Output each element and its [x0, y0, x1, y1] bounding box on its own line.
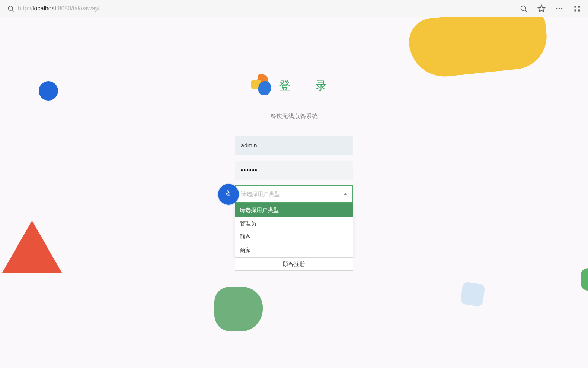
- decor-green-edge: [581, 268, 588, 291]
- apps-grid-icon[interactable]: [573, 4, 581, 13]
- browser-toolbar: http://localhost:8080/takeaway/: [0, 0, 588, 17]
- svg-line-3: [525, 10, 527, 12]
- star-icon[interactable]: [537, 4, 546, 13]
- svg-line-1: [12, 10, 14, 11]
- url-port: :8080: [56, 5, 71, 12]
- select-dropdown: 请选择用户类型 管理员 顾客 商家: [235, 203, 353, 257]
- password-input[interactable]: [241, 161, 347, 180]
- login-subtitle: 餐饮无线点餐系统: [234, 112, 354, 120]
- cursor-indicator: [218, 184, 239, 205]
- option-merchant[interactable]: 商家: [235, 244, 353, 257]
- svg-marker-4: [538, 5, 545, 11]
- svg-rect-11: [578, 9, 580, 11]
- svg-point-0: [8, 6, 13, 10]
- username-input[interactable]: [235, 136, 353, 155]
- pointer-icon: [225, 190, 232, 199]
- url-protocol: http://: [18, 5, 33, 12]
- option-placeholder[interactable]: 请选择用户类型: [235, 203, 353, 217]
- svg-rect-9: [578, 6, 580, 7]
- select-display[interactable]: 请选择用户类型: [235, 185, 353, 203]
- app-logo: [250, 74, 272, 97]
- svg-point-2: [521, 6, 526, 10]
- decor-blue-square: [460, 282, 485, 307]
- svg-point-5: [556, 8, 558, 9]
- url-path: /takeaway/: [71, 5, 99, 12]
- svg-rect-10: [575, 9, 576, 11]
- svg-point-6: [559, 8, 560, 9]
- svg-point-7: [561, 8, 563, 9]
- more-icon[interactable]: [555, 4, 563, 13]
- decor-yellow-blob: [407, 6, 550, 80]
- user-type-select[interactable]: 请选择用户类型 请选择用户类型 管理员 顾客 商家 顾客注册: [235, 185, 353, 271]
- register-button[interactable]: 顾客注册: [235, 257, 353, 271]
- svg-rect-8: [575, 6, 576, 7]
- login-form: 登 录 餐饮无线点餐系统 请选择用户类型 请选择用户类型 管理员 顾客 商家 顾…: [234, 74, 354, 271]
- decor-red-triangle: [2, 221, 62, 273]
- url-host: localhost: [33, 5, 56, 12]
- chevron-up-icon: [343, 193, 347, 195]
- option-admin[interactable]: 管理员: [235, 217, 353, 230]
- select-placeholder: 请选择用户类型: [241, 191, 280, 198]
- url-input[interactable]: http://localhost:8080/takeaway/: [18, 5, 520, 12]
- decor-green-blob: [214, 287, 263, 331]
- option-customer[interactable]: 顾客: [235, 230, 353, 244]
- decor-blue-circle: [39, 81, 58, 101]
- search-icon[interactable]: [7, 4, 15, 13]
- zoom-icon[interactable]: [520, 4, 528, 13]
- login-title: 登 录: [279, 78, 338, 93]
